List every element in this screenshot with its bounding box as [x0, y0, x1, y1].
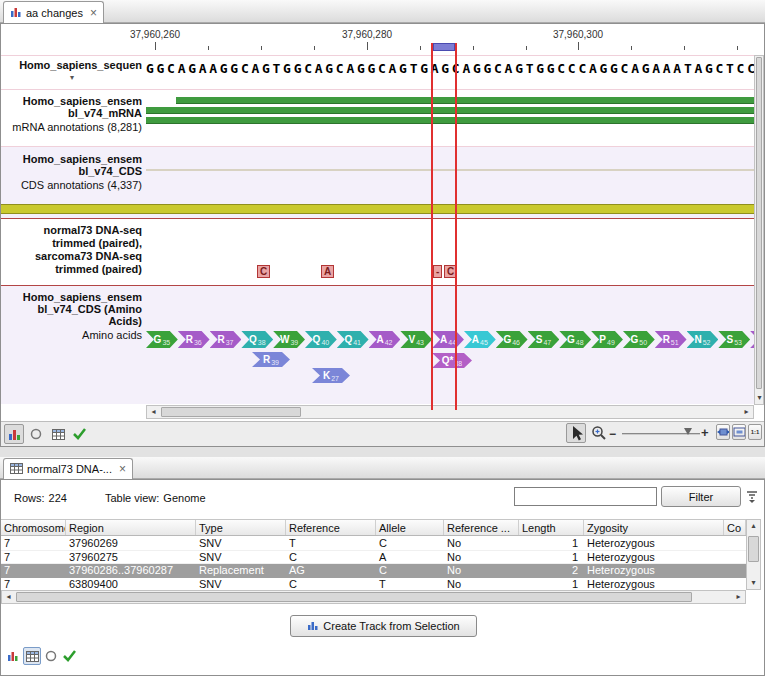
- create-track-button[interactable]: Create Track from Selection: [290, 615, 477, 637]
- scrollbar-thumb[interactable]: [748, 536, 759, 562]
- filter-input[interactable]: [514, 487, 657, 506]
- cds-track-label[interactable]: bl_v74_CDS: [2, 165, 142, 177]
- track-layout-view-button[interactable]: [4, 424, 24, 444]
- table-column-header[interactable]: Co: [724, 520, 746, 535]
- amino-acid-arrow[interactable]: Q41: [337, 331, 369, 348]
- table-row[interactable]: 737960275SNVCANo1Heterozygous: [1, 551, 746, 565]
- scroll-down-icon[interactable]: ▾: [753, 392, 765, 404]
- advanced-filter-icon[interactable]: [745, 489, 759, 505]
- amino-acid-arrow[interactable]: A42: [369, 331, 401, 348]
- amino-track-label[interactable]: Homo_sapiens_ensem: [2, 291, 142, 303]
- table-column-header[interactable]: Zygosity: [584, 520, 724, 535]
- amino-track-label[interactable]: Acids): [2, 315, 142, 327]
- scroll-down-icon[interactable]: ▾: [747, 577, 760, 589]
- cds-annotation-bar[interactable]: [1, 204, 764, 214]
- amino-track-sublabel: Amino acids: [2, 329, 142, 341]
- amino-acid-arrow[interactable]: A45: [464, 331, 496, 348]
- cds-track-label[interactable]: Homo_sapiens_ensem: [2, 153, 142, 165]
- scrollbar-thumb[interactable]: [161, 407, 301, 417]
- amino-acid-arrow[interactable]: A44: [432, 331, 464, 348]
- amino-acid-arrow[interactable]: P49: [591, 331, 623, 348]
- amino-acid-arrow[interactable]: R37: [210, 331, 242, 348]
- zoom-slider-handle[interactable]: [684, 428, 692, 435]
- mrna-track-label[interactable]: bl_v74_mRNA: [2, 107, 142, 119]
- amino-acid-arrow[interactable]: N52: [687, 331, 719, 348]
- scroll-right-icon[interactable]: ▸: [740, 406, 753, 418]
- amino-acid-arrow[interactable]: G35: [146, 331, 178, 348]
- amino-acid-letter: R: [263, 355, 270, 365]
- sequence-track-label[interactable]: Homo_sapiens_sequen: [2, 59, 142, 71]
- track-horizontal-scrollbar[interactable]: ◂ ▸: [146, 405, 754, 419]
- edit-check-button[interactable]: [70, 424, 90, 444]
- track-vertical-scrollbar[interactable]: ▾: [754, 55, 764, 405]
- table-column-header[interactable]: Region: [66, 520, 196, 535]
- table-view-button[interactable]: [48, 424, 68, 444]
- scrollbar-thumb[interactable]: [756, 57, 762, 389]
- track-layout-view-button[interactable]: [4, 647, 22, 665]
- variant-track-label[interactable]: normal73 DNA-seq: [2, 224, 142, 236]
- variant-call[interactable]: C: [257, 265, 270, 278]
- zoom-in-icon[interactable]: +: [701, 425, 709, 440]
- scroll-right-icon[interactable]: ▸: [732, 591, 745, 603]
- variant-call[interactable]: A: [321, 265, 334, 278]
- zoom-out-icon[interactable]: −: [609, 427, 616, 441]
- filter-button[interactable]: Filter: [661, 486, 741, 507]
- table-cell: C: [286, 578, 376, 591]
- zoom-fit-all-button[interactable]: [732, 424, 746, 440]
- amino-acid-arrow[interactable]: R36: [178, 331, 210, 348]
- circle-view-button[interactable]: [42, 647, 60, 665]
- mrna-annotation-bar[interactable]: [176, 97, 754, 104]
- zoom-in-tool-button[interactable]: [589, 423, 609, 443]
- variant-track-label[interactable]: trimmed (paired),: [2, 237, 142, 249]
- scroll-up-icon[interactable]: ▴: [747, 520, 760, 532]
- amino-acid-arrow[interactable]: G48: [559, 331, 591, 348]
- amino-acid-arrow[interactable]: S47: [528, 331, 560, 348]
- amino-acid-arrow[interactable]: G46: [496, 331, 528, 348]
- zoom-fit-selection-button[interactable]: [716, 424, 730, 440]
- amino-acid-arrow[interactable]: R51: [655, 331, 687, 348]
- scrollbar-thumb[interactable]: [16, 592, 692, 602]
- tab-close-icon[interactable]: ×: [119, 464, 126, 474]
- table-view-button[interactable]: [23, 647, 41, 665]
- table-row[interactable]: 737960269SNVTCNo1Heterozygous: [1, 537, 746, 551]
- zoom-1to1-button[interactable]: 1:1: [748, 424, 762, 440]
- table-column-header[interactable]: Chromosome: [1, 520, 66, 535]
- circle-view-button[interactable]: [26, 424, 46, 444]
- scroll-left-icon[interactable]: ◂: [147, 406, 160, 418]
- tab-close-icon[interactable]: ×: [90, 8, 97, 18]
- tab-variant-table[interactable]: normal73 DNA-... ×: [3, 458, 133, 479]
- amino-track-label[interactable]: bl_v74_CDS (Amino: [2, 303, 142, 315]
- table-column-header[interactable]: Allele: [376, 520, 444, 535]
- chevron-down-icon[interactable]: ▾: [2, 73, 142, 82]
- table-horizontal-scrollbar[interactable]: ◂ ▸: [1, 590, 746, 604]
- amino-acid-letter: G: [567, 335, 575, 345]
- edit-check-button[interactable]: [61, 647, 79, 665]
- scroll-left-icon[interactable]: ◂: [2, 591, 15, 603]
- amino-acid-arrow[interactable]: W39: [273, 331, 305, 348]
- mrna-annotation-bar[interactable]: [146, 117, 754, 124]
- variant-track-label[interactable]: trimmed (paired): [2, 263, 142, 275]
- spacer: [71, 492, 101, 504]
- mrna-track-label[interactable]: Homo_sapiens_ensem: [2, 95, 142, 107]
- table-column-header[interactable]: Length: [519, 520, 584, 535]
- table-column-header[interactable]: Reference ...: [444, 520, 519, 535]
- amino-acid-arrow[interactable]: V43: [400, 331, 432, 348]
- table-row[interactable]: 737960286..37960287ReplacementAGCNo2Hete…: [1, 564, 746, 578]
- variant-track-label[interactable]: sarcoma73 DNA-seq: [2, 250, 142, 262]
- variant-call[interactable]: -: [433, 265, 442, 278]
- table-column-header[interactable]: Reference: [286, 520, 376, 535]
- table-vertical-scrollbar[interactable]: ▴ ▾: [746, 519, 761, 590]
- variant-call[interactable]: C: [444, 265, 457, 278]
- mrna-annotation-bar[interactable]: [146, 107, 754, 114]
- tab-aa-changes[interactable]: aa changes ×: [3, 1, 104, 23]
- table-row[interactable]: 763809400SNVCTNo1Heterozygous: [1, 578, 746, 591]
- selection-cursor-button[interactable]: [566, 423, 586, 443]
- amino-acid-arrow[interactable]: G50: [623, 331, 655, 348]
- amino-acid-arrow[interactable]: Q38: [241, 331, 273, 348]
- selection-marker[interactable]: [433, 43, 455, 51]
- amino-acid-arrow[interactable]: Q40: [305, 331, 337, 348]
- amino-acid-arrow[interactable]: S53: [718, 331, 750, 348]
- amino-acid-number: 41: [353, 339, 361, 346]
- table-column-header[interactable]: Type: [196, 520, 286, 535]
- cds-track-sublabel: CDS annotations (4,337): [2, 179, 142, 191]
